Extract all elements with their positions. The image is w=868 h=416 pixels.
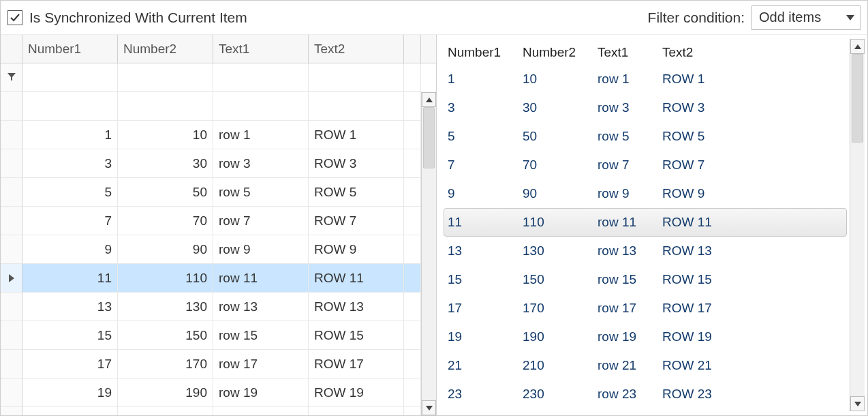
- new-cell-text2[interactable]: [309, 92, 404, 121]
- cell-n2[interactable]: 50: [118, 178, 213, 206]
- cell-n2[interactable]: 190: [118, 378, 213, 406]
- cell-n1[interactable]: 9: [22, 235, 118, 263]
- scroll-thumb[interactable]: [423, 107, 435, 168]
- cell-t2[interactable]: ROW 21: [309, 407, 404, 415]
- row-indicator: [1, 121, 22, 149]
- scroll-track[interactable]: [850, 54, 865, 396]
- new-item-row[interactable]: [1, 92, 421, 121]
- list-item[interactable]: 330row 3ROW 3: [444, 93, 847, 122]
- cell-t1[interactable]: row 17: [213, 350, 309, 378]
- table-row[interactable]: 990row 9ROW 9: [1, 235, 421, 264]
- table-row[interactable]: 17170row 17ROW 17: [1, 350, 421, 378]
- filter-condition-value: Odd items: [759, 10, 821, 25]
- scroll-thumb[interactable]: [852, 54, 863, 143]
- cell-n2[interactable]: 110: [118, 264, 213, 292]
- table-row[interactable]: 770row 7ROW 7: [1, 207, 421, 235]
- cell-t1[interactable]: row 15: [213, 321, 309, 349]
- scroll-down-button[interactable]: [850, 396, 865, 411]
- rcell-n1: 9: [448, 186, 523, 201]
- cell-n1[interactable]: 11: [22, 264, 118, 292]
- list-item[interactable]: 15150row 15ROW 15: [444, 265, 847, 294]
- scroll-up-button[interactable]: [422, 92, 436, 107]
- cell-t2[interactable]: ROW 19: [309, 378, 404, 406]
- col-header-number2[interactable]: Number2: [118, 35, 213, 63]
- new-cell-number2[interactable]: [118, 92, 213, 121]
- cell-t1[interactable]: row 7: [213, 207, 309, 235]
- new-cell-text1[interactable]: [213, 92, 309, 121]
- cell-n2[interactable]: 10: [118, 121, 213, 149]
- cell-t1[interactable]: row 21: [213, 407, 309, 415]
- cell-n1[interactable]: 3: [22, 149, 118, 177]
- cell-t2[interactable]: ROW 5: [309, 178, 404, 206]
- cell-t2[interactable]: ROW 9: [309, 235, 404, 263]
- cell-n2[interactable]: 150: [118, 321, 213, 349]
- cell-n2[interactable]: 70: [118, 207, 213, 235]
- list-item[interactable]: 990row 9ROW 9: [444, 179, 847, 208]
- cell-n2[interactable]: 210: [118, 407, 213, 415]
- list-item[interactable]: 23230row 23ROW 23: [444, 380, 847, 408]
- cell-n1[interactable]: 21: [22, 407, 118, 415]
- cell-n1[interactable]: 1: [22, 121, 118, 149]
- new-cell-number1[interactable]: [22, 92, 118, 121]
- table-row[interactable]: 110row 1ROW 1: [1, 121, 421, 149]
- col-header-text2[interactable]: Text2: [309, 35, 404, 63]
- scroll-track[interactable]: [422, 107, 436, 400]
- cell-n2[interactable]: 130: [118, 293, 213, 321]
- cell-t2[interactable]: ROW 7: [309, 207, 404, 235]
- right-vertical-scrollbar[interactable]: [850, 39, 865, 411]
- cell-n2[interactable]: 30: [118, 149, 213, 177]
- list-item[interactable]: 13130row 13ROW 13: [444, 237, 847, 265]
- table-row[interactable]: 330row 3ROW 3: [1, 149, 421, 178]
- filter-cell-text2[interactable]: [309, 63, 404, 91]
- filter-cell-number2[interactable]: [118, 63, 213, 91]
- cell-n2[interactable]: 90: [118, 235, 213, 263]
- table-row[interactable]: 13130row 13ROW 13: [1, 293, 421, 321]
- table-row[interactable]: 550row 5ROW 5: [1, 178, 421, 207]
- cell-n1[interactable]: 17: [22, 350, 118, 378]
- app-window: Is Synchronized With Current Item Filter…: [0, 0, 868, 416]
- list-item[interactable]: 17170row 17ROW 17: [444, 294, 847, 323]
- scroll-down-button[interactable]: [422, 400, 436, 415]
- rcell-n1: 11: [448, 215, 523, 230]
- cell-n1[interactable]: 19: [22, 378, 118, 406]
- col-header-number1[interactable]: Number1: [22, 35, 118, 63]
- table-row[interactable]: 21210row 21ROW 21: [1, 407, 421, 415]
- cell-t1[interactable]: row 19: [213, 378, 309, 406]
- filter-row-indicator: [1, 63, 22, 91]
- cell-t1[interactable]: row 11: [213, 264, 309, 292]
- cell-t1[interactable]: row 3: [213, 149, 309, 177]
- list-item[interactable]: 19190row 19ROW 19: [444, 323, 847, 351]
- list-item[interactable]: 11110row 11ROW 11: [444, 208, 847, 237]
- cell-n1[interactable]: 13: [22, 293, 118, 321]
- cell-t2[interactable]: ROW 17: [309, 350, 404, 378]
- cell-t1[interactable]: row 13: [213, 293, 309, 321]
- cell-t2[interactable]: ROW 3: [309, 149, 404, 177]
- table-row[interactable]: 19190row 19ROW 19: [1, 378, 421, 407]
- cell-t1[interactable]: row 5: [213, 178, 309, 206]
- list-item[interactable]: 550row 5ROW 5: [444, 122, 847, 151]
- cell-t1[interactable]: row 1: [213, 121, 309, 149]
- list-item[interactable]: 21210row 21ROW 21: [444, 351, 847, 380]
- filter-cell-filler: [404, 63, 421, 91]
- col-header-text1[interactable]: Text1: [213, 35, 309, 63]
- cell-t2[interactable]: ROW 13: [309, 293, 404, 321]
- cell-t1[interactable]: row 9: [213, 235, 309, 263]
- cell-t2[interactable]: ROW 1: [309, 121, 404, 149]
- list-item[interactable]: 110row 1ROW 1: [444, 65, 847, 93]
- chevron-up-icon: [854, 44, 861, 49]
- sync-checkbox[interactable]: [7, 10, 22, 25]
- left-vertical-scrollbar[interactable]: [421, 92, 436, 415]
- cell-n1[interactable]: 5: [22, 178, 118, 206]
- cell-n1[interactable]: 7: [22, 207, 118, 235]
- cell-n1[interactable]: 15: [22, 321, 118, 349]
- filter-condition-combo[interactable]: Odd items: [751, 5, 861, 30]
- filter-cell-number1[interactable]: [22, 63, 118, 91]
- filter-cell-text1[interactable]: [213, 63, 309, 91]
- list-item[interactable]: 770row 7ROW 7: [444, 151, 847, 179]
- table-row[interactable]: 15150row 15ROW 15: [1, 321, 421, 350]
- scroll-up-button[interactable]: [850, 39, 865, 54]
- cell-t2[interactable]: ROW 15: [309, 321, 404, 349]
- cell-t2[interactable]: ROW 11: [309, 264, 404, 292]
- table-row[interactable]: 11110row 11ROW 11: [1, 264, 421, 293]
- cell-n2[interactable]: 170: [118, 350, 213, 378]
